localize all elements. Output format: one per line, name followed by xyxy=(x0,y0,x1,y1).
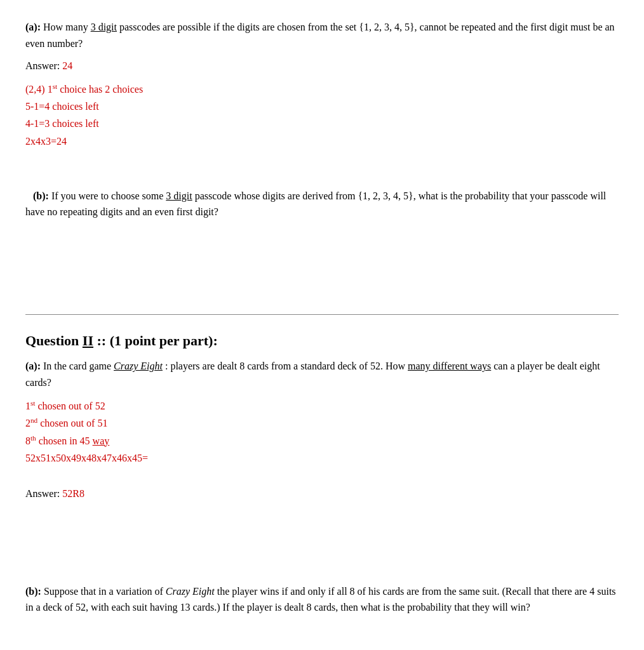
section2-part-b-question: (b): Suppose that in a variation of Craz… xyxy=(25,583,619,616)
section2-part-b-text1: Suppose that in a variation of xyxy=(41,586,166,597)
spacer-2 xyxy=(25,225,619,263)
section2-answer-label: Answer: xyxy=(25,488,62,499)
part-b-underline: 3 digit xyxy=(166,190,192,201)
section-1: (a): How many 3 digit passcodes are poss… xyxy=(25,13,619,315)
answer-label: Answer: xyxy=(25,60,62,71)
section2-part-a-text2: players are dealt 8 cards from a standar… xyxy=(168,361,408,371)
question-ii-header: Question II :: (1 point per part): xyxy=(25,333,619,349)
s2-red-line-3: 8th chosen in 45 way xyxy=(25,432,619,449)
answer-value: 24 xyxy=(62,60,72,71)
part-a-answer: Answer: 24 xyxy=(25,58,619,74)
part-a-underline: 3 digit xyxy=(91,22,117,32)
section2-part-a-question: (a): In the card game Crazy Eight : play… xyxy=(25,358,619,390)
spacer-5 xyxy=(25,507,619,545)
part-a-label: (a): xyxy=(25,22,41,32)
section-2: Question II :: (1 point per part): (a): … xyxy=(25,315,619,633)
part-a-text1: How many xyxy=(41,22,91,32)
section2-part-b-italic: Crazy Eight xyxy=(166,586,215,597)
section2-part-a-label: (a): xyxy=(25,361,41,371)
s2-red-line-2: 2nd chosen out of 51 xyxy=(25,415,619,432)
part-a-question: (a): How many 3 digit passcodes are poss… xyxy=(25,19,619,51)
section2-part-a-italic: Crazy Eight xyxy=(114,361,163,371)
red-line-3: 4-1=3 choices left xyxy=(25,115,619,132)
section2-part-a-answer: Answer: 52R8 xyxy=(25,486,619,502)
s2-red-line-1: 1st chosen out of 52 xyxy=(25,397,619,415)
part-a-explanation: (2,4) 1st choice has 2 choices 5-1=4 cho… xyxy=(25,81,619,150)
section2-part-a-underline: many different ways xyxy=(408,361,491,371)
section2-answer-value: 52R8 xyxy=(62,488,84,499)
page: (a): How many 3 digit passcodes are poss… xyxy=(0,0,644,650)
part-b-label: (b): xyxy=(33,190,49,201)
red-line-4: 2x4x3=24 xyxy=(25,133,619,150)
section2-part-b-label: (b): xyxy=(25,586,41,597)
spacer-1 xyxy=(25,150,619,188)
spacer-4 xyxy=(25,467,619,479)
section2-part-a-explanation: 1st chosen out of 52 2nd chosen out of 5… xyxy=(25,397,619,467)
part-b-text1: If you were to choose some xyxy=(49,190,166,201)
part-b-question: (b): If you were to choose some 3 digit … xyxy=(25,188,619,220)
section2-part-a-text1: In the card game xyxy=(41,361,114,371)
red-line-1: (2,4) 1st choice has 2 choices xyxy=(25,81,619,98)
spacer-6 xyxy=(25,545,619,583)
spacer-3 xyxy=(25,263,619,302)
red-line-2: 5-1=4 choices left xyxy=(25,98,619,115)
s2-red-line-4: 52x51x50x49x48x47x46x45= xyxy=(25,449,619,467)
